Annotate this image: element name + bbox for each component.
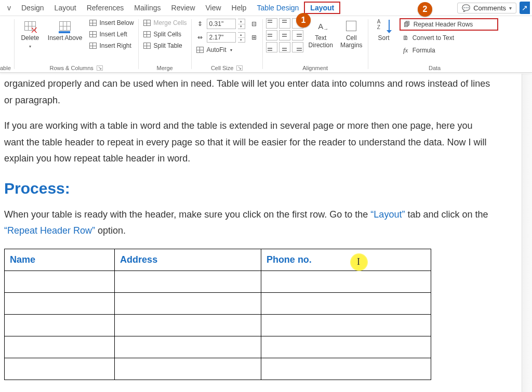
callout-badge-1: 1 bbox=[296, 13, 311, 28]
repeat-header-rows-button[interactable]: 🗐 Repeat Header Rows bbox=[400, 18, 498, 31]
group-merge: Merge Cells Split Cells Split Table Merg… bbox=[139, 16, 191, 72]
tab-view[interactable]: View bbox=[201, 2, 227, 14]
document-surface[interactable]: organized properly and can be used when … bbox=[0, 73, 532, 380]
insert-right-button[interactable]: Insert Right bbox=[88, 41, 135, 50]
text-cursor-icon: I bbox=[357, 256, 360, 267]
th-name[interactable]: Name bbox=[5, 249, 115, 271]
group-rows-columns: Delete ▾ Insert Above Insert Below Inser… bbox=[15, 16, 138, 72]
split-cells-button[interactable]: Split Cells bbox=[142, 30, 188, 39]
callout-badge-2: 2 bbox=[418, 2, 432, 17]
col-width-icon: ⇔ bbox=[196, 33, 204, 42]
group-label-merge: Merge bbox=[156, 64, 172, 71]
insert-left-icon bbox=[89, 31, 97, 37]
doc-paragraph[interactable]: organized properly and can be used when … bbox=[4, 76, 493, 109]
col-width-input[interactable]: 2.17" bbox=[207, 32, 236, 43]
insert-left-button[interactable]: Insert Left bbox=[88, 30, 135, 39]
align-bot-right[interactable] bbox=[292, 42, 303, 52]
delete-table-icon bbox=[24, 21, 36, 31]
tab-layout-page[interactable]: Layout bbox=[49, 2, 82, 14]
cell-margins-button[interactable]: CellMargins bbox=[338, 18, 365, 50]
comments-button[interactable]: 💬 Comments ▾ bbox=[457, 3, 516, 13]
table-row[interactable] bbox=[5, 292, 431, 314]
text-direction-icon: A→ bbox=[318, 22, 323, 31]
distribute-rows-icon[interactable]: ⊟ bbox=[250, 20, 258, 28]
insert-above-icon bbox=[59, 21, 71, 31]
th-phone[interactable]: Phone no. bbox=[261, 249, 431, 271]
sample-table[interactable]: Name Address Phone no. bbox=[4, 249, 431, 380]
comment-icon: 💬 bbox=[462, 4, 470, 12]
ribbon-tab-bar: v Design Layout References Mailings Revi… bbox=[0, 0, 532, 16]
share-button[interactable]: ↗ bbox=[520, 2, 530, 14]
formula-icon: fx bbox=[402, 46, 410, 55]
merge-cells-icon bbox=[143, 20, 151, 26]
sort-button[interactable]: Sort bbox=[371, 18, 396, 43]
align-top-center[interactable] bbox=[279, 18, 290, 29]
group-data: Sort 🗐 Repeat Header Rows 🗎 Convert to T… bbox=[368, 16, 501, 72]
autofit-icon bbox=[196, 47, 204, 53]
tab-references[interactable]: References bbox=[82, 2, 129, 14]
ribbon: able Delete ▾ Insert Above Insert Below bbox=[0, 16, 532, 73]
convert-to-text-icon: 🗎 bbox=[402, 34, 410, 42]
autofit-button[interactable]: AutoFit ▾ bbox=[195, 45, 259, 55]
delete-button[interactable]: Delete ▾ bbox=[18, 18, 43, 50]
align-mid-left[interactable] bbox=[266, 30, 277, 40]
group-label-data: Data bbox=[429, 64, 441, 71]
chevron-down-icon: ▾ bbox=[230, 48, 232, 52]
align-mid-right[interactable] bbox=[292, 30, 303, 40]
split-cells-icon bbox=[143, 31, 151, 37]
insert-above-button[interactable]: Insert Above bbox=[46, 18, 85, 43]
doc-paragraph[interactable]: If you are working with a table in word … bbox=[4, 118, 493, 167]
table-row[interactable] bbox=[5, 314, 431, 336]
table-row[interactable] bbox=[5, 358, 431, 380]
insert-below-icon bbox=[89, 20, 97, 26]
doc-paragraph[interactable]: When your table is ready with the header… bbox=[4, 207, 493, 239]
tab-design[interactable]: Design bbox=[16, 2, 49, 14]
row-height-spinner[interactable]: ▴▾ bbox=[238, 19, 245, 29]
group-label-alignment: Alignment bbox=[302, 64, 328, 71]
distribute-cols-icon[interactable]: ⊞ bbox=[250, 33, 258, 42]
split-table-button[interactable]: Split Table bbox=[142, 41, 188, 50]
group-label-cell-size: Cell Size bbox=[211, 65, 233, 71]
col-width-spinner[interactable]: ▴▾ bbox=[238, 32, 245, 43]
table-row[interactable] bbox=[5, 336, 431, 358]
tab-table-layout[interactable]: Layout bbox=[304, 2, 340, 14]
sort-icon bbox=[377, 19, 391, 33]
align-top-left[interactable] bbox=[266, 18, 277, 29]
group-cell-size: ⇕ 0.31" ▴▾ ⊟ ⇔ 2.17" ▴▾ ⊞ bbox=[192, 16, 262, 72]
row-height-icon: ⇕ bbox=[196, 20, 204, 28]
tab-prev[interactable]: v bbox=[2, 2, 16, 14]
convert-to-text-button[interactable]: 🗎 Convert to Text bbox=[400, 33, 498, 43]
formula-button[interactable]: fx Formula bbox=[400, 45, 498, 56]
dialog-launcher-icon[interactable]: ↘ bbox=[236, 65, 243, 71]
comments-label: Comments bbox=[473, 4, 506, 12]
layout-text-link: “Layout” bbox=[370, 209, 405, 220]
tab-table-design[interactable]: Table Design bbox=[251, 2, 304, 14]
tab-review[interactable]: Review bbox=[166, 2, 201, 14]
chevron-down-icon: ▾ bbox=[29, 44, 31, 49]
align-mid-center[interactable] bbox=[279, 30, 290, 40]
table-row[interactable] bbox=[5, 271, 431, 292]
repeat-header-text-link: “Repeat Header Row” bbox=[4, 225, 95, 236]
row-height-input[interactable]: 0.31" bbox=[207, 19, 236, 29]
tab-mailings[interactable]: Mailings bbox=[129, 2, 166, 14]
repeat-header-rows-icon: 🗐 bbox=[403, 20, 411, 29]
group-label-rows-columns: Rows & Columns bbox=[49, 65, 93, 71]
insert-below-button[interactable]: Insert Below bbox=[88, 18, 135, 28]
share-icon: ↗ bbox=[522, 4, 528, 12]
cell-margins-icon bbox=[346, 21, 356, 31]
insert-right-icon bbox=[89, 43, 97, 49]
chevron-down-icon: ▾ bbox=[509, 5, 512, 11]
align-bot-center[interactable] bbox=[279, 42, 290, 52]
doc-heading-process[interactable]: Process: bbox=[4, 180, 527, 197]
text-direction-button[interactable]: A→ TextDirection bbox=[307, 18, 335, 50]
split-table-icon bbox=[143, 43, 151, 49]
group-label-table: able bbox=[0, 64, 11, 71]
align-bot-left[interactable] bbox=[266, 42, 277, 52]
merge-cells-button[interactable]: Merge Cells bbox=[142, 18, 188, 28]
th-address[interactable]: Address bbox=[115, 249, 261, 271]
dialog-launcher-icon[interactable]: ↘ bbox=[97, 65, 103, 71]
tab-help[interactable]: Help bbox=[227, 2, 252, 14]
group-alignment: A→ TextDirection CellMargins Alignment bbox=[263, 16, 368, 72]
